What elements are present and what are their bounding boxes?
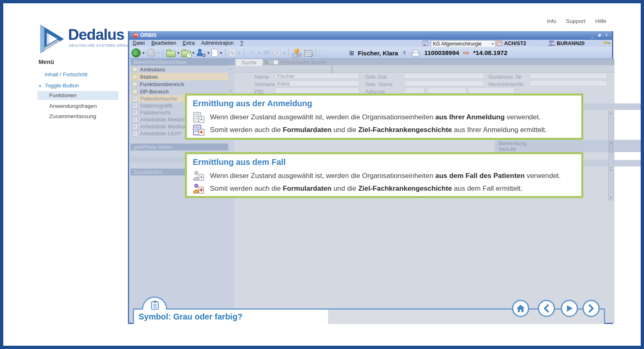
case-arrow-icon[interactable]: ⇨: [463, 50, 469, 56]
checkbox-icon: [132, 74, 137, 79]
gebname-label: Geb. Name: [365, 81, 392, 87]
callout-line: Wenn dieser Zustand ausgewählt ist, werd…: [210, 113, 541, 121]
top-links: Info Support Hilfe: [547, 18, 606, 24]
menu-administration[interactable]: Administration: [201, 40, 234, 46]
callout-fall: Ermittlung aus dem Fall Wenn dieser Zust…: [185, 152, 583, 198]
recent-records-caret-icon[interactable]: ▾: [193, 51, 195, 55]
adresse-input-3[interactable]: [468, 88, 514, 94]
new-document-caret-icon[interactable]: ▾: [220, 51, 222, 55]
versicherten-input[interactable]: [530, 80, 607, 86]
nav-item-station[interactable]: Station: [130, 73, 234, 80]
edit-caret-icon: ▾: [238, 51, 240, 55]
sidebar-item-inhalt-fortschritt[interactable]: Inhalt / Fortschritt: [45, 71, 87, 78]
info-icon: i: [273, 49, 281, 57]
menu-bearbeiten[interactable]: Bearbeiten: [151, 40, 176, 46]
open-record-caret-icon[interactable]: ▾: [177, 51, 180, 55]
sidebar-item-funktionen[interactable]: Funktionen: [37, 91, 118, 100]
next-button[interactable]: [583, 300, 600, 317]
gebdat-label: Geb. Dat: [365, 74, 387, 80]
collapse-icon[interactable]: –: [228, 59, 231, 65]
patient-search-caret-icon[interactable]: ▾: [207, 51, 209, 55]
callout-line: Somit werden auch die Formulardaten und …: [210, 126, 547, 134]
new-document-icon[interactable]: [212, 49, 218, 57]
org-structure-icon[interactable]: [292, 48, 302, 57]
adresse-input-2[interactable]: [428, 88, 467, 94]
menu-extra[interactable]: Extra: [183, 40, 195, 46]
check-badge-icon: ✓: [310, 52, 314, 59]
nav-item-funktionsbereich[interactable]: Funktionsbereich: [130, 80, 234, 88]
person-color-icon: [193, 182, 205, 195]
maximize-button[interactable]: ■: [598, 32, 601, 38]
vorname-label: Vorname: [255, 81, 276, 87]
play-icon: [566, 304, 573, 313]
refresh-icon[interactable]: ↻: [264, 59, 269, 66]
menu-bar: Datei Bearbeiten Extra Administration ? …: [129, 40, 612, 47]
callout-anmeldung: Ermittlung aus der Anmeldung Wenn dieser…: [185, 94, 583, 140]
phonetic-label[interactable]: Phonetische Suche: [280, 59, 326, 65]
support-link[interactable]: Support: [566, 18, 585, 24]
scrollbar-vertical-2[interactable]: ▴ ▾: [608, 167, 614, 200]
checkbox-icon: [132, 89, 137, 94]
recent-records-icon[interactable]: ◔: [182, 51, 191, 57]
scroll-thumb[interactable]: ≡: [609, 141, 613, 153]
orbis-titlebar[interactable]: ORBIS _ ■ ×: [129, 31, 612, 40]
copy-icon[interactable]: [332, 66, 332, 73]
collapse-icon[interactable]: –: [608, 59, 610, 65]
document-icon: [132, 109, 138, 116]
vorname-input[interactable]: Klara: [275, 80, 359, 86]
form-color-icon: [193, 124, 205, 136]
patient-expand-icon[interactable]: ⊞: [349, 50, 354, 56]
minimize-button[interactable]: _: [591, 32, 594, 38]
pid-input[interactable]: [275, 88, 359, 94]
dedalus-logo-icon: [39, 24, 66, 54]
forward-caret-icon: ▾: [158, 51, 160, 55]
previous-button[interactable]: [538, 300, 555, 317]
toolbar-separator: [225, 48, 225, 57]
name-input[interactable]: Fischer: [275, 73, 359, 79]
scroll-down-icon[interactable]: ▾: [610, 196, 612, 200]
play-button[interactable]: [561, 300, 578, 317]
toggle-caret-icon[interactable]: ▾: [39, 84, 41, 88]
mail-icon: ✉: [262, 48, 271, 57]
home-button[interactable]: [512, 300, 529, 317]
menu-help[interactable]: ?: [240, 40, 243, 46]
nav-item-ambulanz[interactable]: Ambulanz: [130, 66, 234, 73]
chevron-up-icon[interactable]: ∧: [229, 67, 232, 71]
gebdat-input[interactable]: [404, 73, 484, 79]
section-header-bereiche[interactable]: Bereiche/Übersichten –: [130, 59, 234, 66]
scroll-up-icon[interactable]: ▴: [610, 168, 612, 172]
back-caret-icon[interactable]: ▾: [143, 51, 145, 55]
phonetic-checkbox[interactable]: [273, 60, 278, 65]
patient-search-icon[interactable]: [196, 48, 205, 57]
menu-datei[interactable]: Datei: [133, 40, 145, 46]
section-header-akten[interactable]: geöffnete Akten –: [130, 144, 234, 151]
scroll-up-icon[interactable]: ▴: [610, 111, 612, 115]
window-controls: _ ■ ×: [591, 32, 608, 38]
close-button[interactable]: ×: [605, 32, 608, 38]
footer-question: Symbol: Grau oder farbig?: [139, 312, 242, 322]
hilfe-link[interactable]: Hilfe: [595, 18, 606, 24]
clock-badge-icon: ◔: [186, 52, 192, 58]
back-icon[interactable]: ←: [132, 48, 141, 57]
document-icon: [132, 116, 138, 123]
info-link[interactable]: Info: [547, 18, 556, 24]
tab-suche[interactable]: Suche: [235, 59, 263, 66]
bemerkung-label: Bemerkung: [498, 141, 527, 146]
sidebar-item-toggle-button[interactable]: Toggle-Button: [45, 82, 79, 89]
org-unit-select[interactable]: KG Allgemeinchirurgie▾: [431, 40, 496, 47]
sidebar-item-anwendungsfragen[interactable]: Anwendungsfragen: [49, 103, 97, 109]
female-gender-icon: ♀: [402, 49, 407, 57]
edit-icon: ✎: [229, 49, 236, 57]
gebname-input[interactable]: [404, 80, 484, 86]
home-icon: [516, 304, 525, 313]
patient-pid: 1100038994: [424, 49, 459, 57]
open-record-icon[interactable]: [166, 51, 175, 57]
person-gray-icon: [193, 170, 205, 182]
sozial-input[interactable]: [530, 73, 607, 79]
chevron-down-icon[interactable]: ∨: [229, 89, 232, 93]
sidebar-item-zusammenfassung[interactable]: Zusammenfassung: [49, 113, 96, 119]
vers-nr-label: Vers.Nr: [498, 146, 517, 152]
server-status-icon[interactable]: ✓: [304, 50, 312, 57]
forward-icon[interactable]: →: [147, 48, 156, 57]
adresse-input-1[interactable]: [405, 88, 424, 94]
